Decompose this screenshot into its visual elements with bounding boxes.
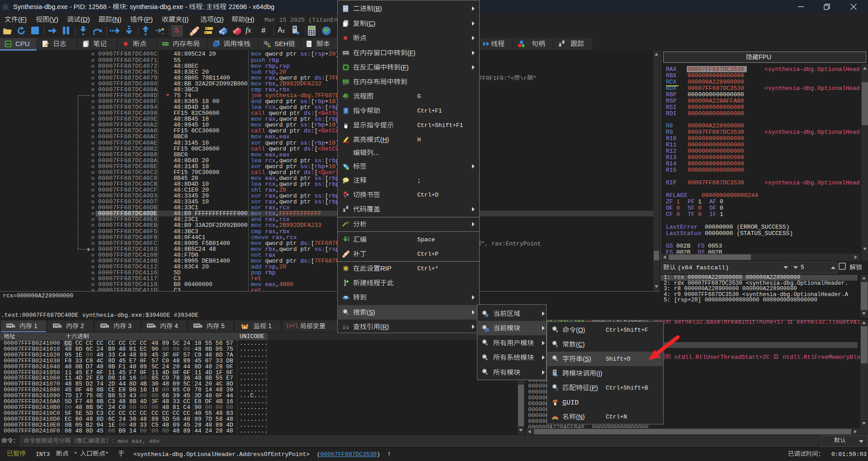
svg-text:64: 64: [6, 42, 10, 46]
svg-text:<>: <>: [308, 42, 311, 46]
